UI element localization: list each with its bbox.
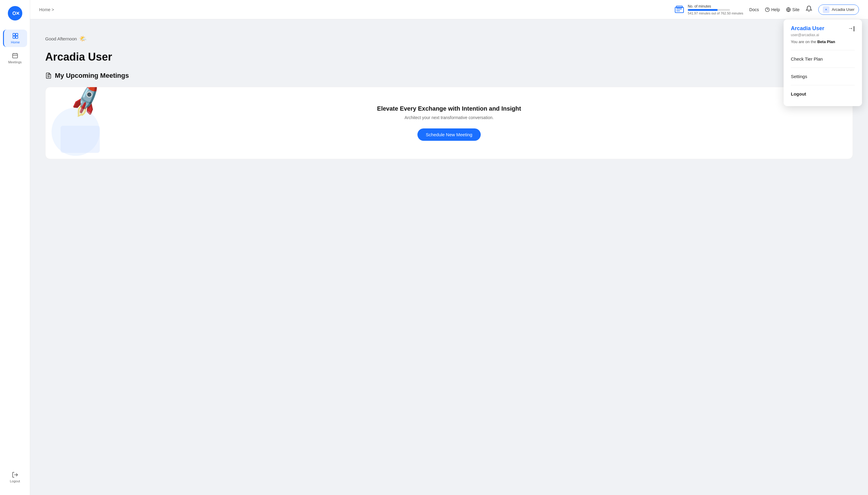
section-icon [45, 72, 52, 79]
bell-icon [805, 5, 812, 12]
minutes-bar [688, 9, 730, 11]
sidebar-logout[interactable]: Logout [5, 468, 25, 486]
home-icon [12, 33, 19, 39]
page-title: Arcadia User [45, 51, 853, 63]
minutes-label: No. of minutes [688, 4, 743, 8]
svg-rect-4 [16, 33, 18, 36]
minutes-bar-fill [688, 9, 717, 11]
user-dropdown-menu: Arcadia User →| user@arcadiax.ai You are… [784, 19, 862, 106]
greeting-left: Good Afternoon 🌤️ [45, 35, 87, 42]
main-area: Home > No. of minutes 541.97 minutes out… [30, 0, 868, 495]
minutes-detail: 541.97 minutes out of 762.50 minutes [688, 12, 743, 15]
svg-rect-5 [13, 36, 15, 38]
rect-decoration [60, 126, 100, 153]
dropdown-plan-text: You are on the Beta Plan [791, 39, 855, 44]
user-button-label: Arcadia User [832, 7, 854, 12]
dropdown-item-logout[interactable]: Logout [791, 88, 855, 100]
content-area: Good Afternoon 🌤️ Impromptu [30, 19, 868, 495]
svg-rect-7 [12, 54, 17, 58]
sidebar-bottom: Logout [5, 468, 25, 489]
logo-icon: O ✕ [8, 6, 22, 20]
help-label: Help [771, 7, 780, 12]
notification-bell[interactable] [805, 5, 812, 14]
sidebar-item-home[interactable]: Home [3, 30, 27, 47]
minutes-info: No. of minutes 541.97 minutes out of 762… [688, 4, 743, 15]
help-icon [765, 7, 770, 12]
dropdown-item-settings[interactable]: Settings [791, 70, 855, 83]
docs-label: Docs [749, 7, 759, 12]
globe-icon [786, 7, 791, 12]
dropdown-user-email: user@arcadiax.ai [791, 33, 855, 37]
section-title: My Upcoming Meetings [55, 72, 129, 80]
greeting-text: Good Afternoon [45, 36, 77, 41]
help-link[interactable]: Help [765, 7, 780, 12]
empty-card-title: Elevate Every Exchange with Intention an… [377, 105, 521, 112]
header-nav: Docs Help Site [749, 7, 800, 12]
dropdown-divider-1 [791, 50, 855, 50]
user-menu-button[interactable]: A Arcadia User [818, 4, 859, 15]
greeting-icon: 🌤️ [79, 35, 87, 42]
minutes-icon [675, 5, 685, 15]
user-avatar: A [823, 6, 829, 13]
logout-icon [12, 472, 18, 478]
sidebar: O ✕ Home Meetings [0, 0, 30, 495]
dropdown-user-name: Arcadia User →| [791, 25, 855, 32]
dropdown-divider-3 [791, 85, 855, 85]
dropdown-item-check-tier[interactable]: Check Tier Plan [791, 53, 855, 65]
empty-card-subtitle: Architect your next transformative conve… [404, 115, 494, 120]
svg-rect-6 [16, 36, 18, 38]
site-label: Site [792, 7, 800, 12]
docs-link[interactable]: Docs [749, 7, 759, 12]
sidebar-item-home-label: Home [11, 40, 20, 44]
sidebar-nav: Home Meetings [3, 30, 27, 468]
section-title-row: My Upcoming Meetings [45, 72, 853, 80]
dropdown-divider-2 [791, 68, 855, 68]
header: Home > No. of minutes 541.97 minutes out… [30, 0, 868, 19]
sidebar-logout-label: Logout [10, 479, 20, 483]
greeting-row: Good Afternoon 🌤️ Impromptu [45, 31, 853, 46]
site-link[interactable]: Site [786, 7, 800, 12]
minutes-widget: No. of minutes 541.97 minutes out of 762… [675, 4, 743, 15]
sidebar-item-meetings[interactable]: Meetings [3, 49, 27, 67]
schedule-meeting-button[interactable]: Schedule New Meeting [417, 129, 481, 141]
sidebar-item-meetings-label: Meetings [8, 60, 22, 64]
dropdown-logout-arrow: →| [848, 25, 855, 32]
empty-meetings-card: 🚀 Elevate Every Exchange with Intention … [45, 87, 853, 159]
breadcrumb: Home > [39, 7, 54, 12]
svg-text:✕: ✕ [16, 11, 20, 16]
meetings-icon [12, 52, 18, 59]
svg-rect-3 [13, 33, 15, 36]
logo[interactable]: O ✕ [8, 6, 22, 20]
